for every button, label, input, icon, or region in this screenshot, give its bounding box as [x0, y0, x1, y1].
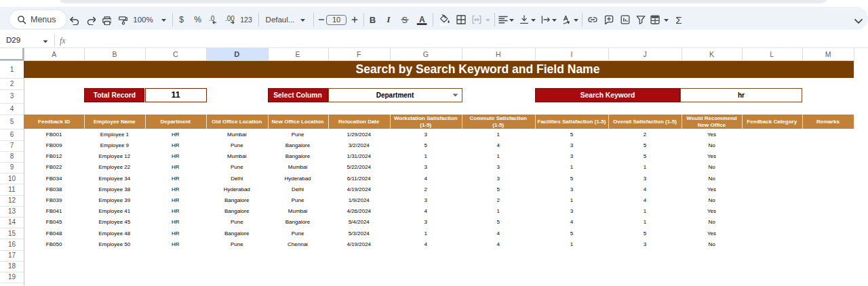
- svg-text:A: A: [419, 15, 425, 24]
